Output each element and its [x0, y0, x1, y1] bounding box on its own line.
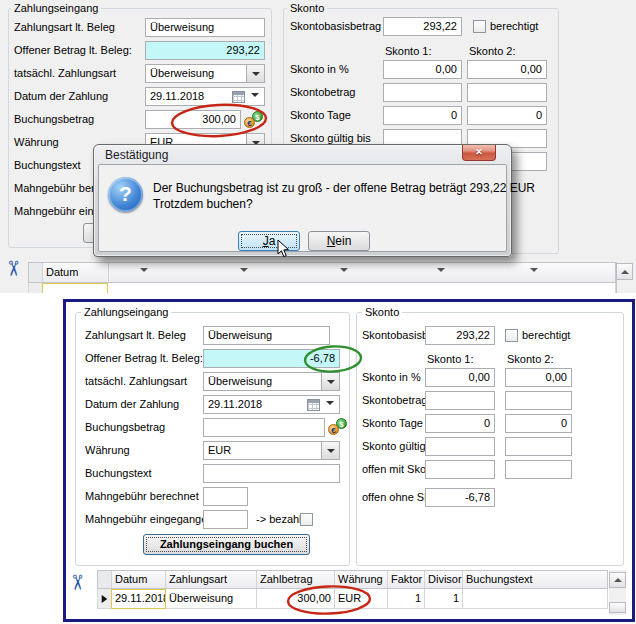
- offen-mit-skonto-1-field[interactable]: [425, 460, 495, 479]
- column-header-faktor[interactable]: Faktor: [388, 571, 425, 588]
- waehrung-combobox[interactable]: EUR: [203, 441, 340, 460]
- book-payment-button[interactable]: Zahlungseingang buchen: [143, 534, 310, 555]
- skonto-tage-2-field[interactable]: 0: [467, 106, 547, 125]
- skonto-tage-1-field[interactable]: 0: [383, 106, 462, 125]
- mahngebuehr-eingegangen-field[interactable]: [203, 510, 248, 529]
- skontobasisbetrag-field[interactable]: 293,22: [425, 326, 495, 345]
- column-header-zahlungsart[interactable]: Zahlungsart: [166, 571, 257, 588]
- no-button[interactable]: Nein: [308, 231, 370, 251]
- lower-panel: Zahlungseingang Zahlungsart lt. Beleg Üb…: [63, 299, 635, 622]
- tatsaechliche-zahlungsart-combobox[interactable]: Überweisung: [145, 64, 265, 83]
- tatsaechliche-zahlungsart-combobox[interactable]: Überweisung: [203, 372, 340, 391]
- lower-grid-header: Datum Zahlungsart Zahlbetrag Währung Fak…: [97, 570, 608, 589]
- upper-grid-row[interactable]: [28, 283, 616, 293]
- column-header-buchungstext[interactable]: Buchungstext: [463, 571, 602, 588]
- buchungstext-field[interactable]: [203, 464, 340, 483]
- dialog-title: Bestätigung: [105, 148, 168, 162]
- chevron-down-icon[interactable]: [246, 65, 264, 82]
- focus-rectangle: [241, 234, 297, 248]
- skonto2-header: Skonto 2:: [469, 42, 515, 61]
- skonto-tage-1-field[interactable]: 0: [425, 414, 495, 433]
- datum-label: Datum der Zahlung: [85, 395, 179, 414]
- skontobetrag-2-field[interactable]: [467, 83, 547, 102]
- offener-betrag-field[interactable]: -6,78: [203, 349, 340, 368]
- offen-mit-skonto-2-field[interactable]: [505, 460, 572, 479]
- tatsaechliche-zahlungsart-label: tatsächl. Zahlungsart: [14, 64, 116, 83]
- berechtigt-checkbox[interactable]: [473, 20, 486, 33]
- column-header-waehrung[interactable]: Währung: [335, 571, 388, 588]
- waehrung-label: Währung: [85, 441, 130, 460]
- skonto-tage-2-field[interactable]: 0: [505, 414, 572, 433]
- chevron-down-icon[interactable]: [326, 403, 334, 414]
- row-marker-cell: [29, 283, 43, 293]
- skontobetrag-label: Skontobetrag: [362, 391, 427, 410]
- berechtigt-label: berechtigt: [490, 17, 538, 36]
- skonto-prozent-2-field[interactable]: 0,00: [467, 60, 547, 79]
- combobox-value: Überweisung: [208, 375, 272, 387]
- cell-buchungstext[interactable]: [463, 589, 602, 608]
- skonto-prozent-1-field[interactable]: 0,00: [383, 60, 462, 79]
- skonto1-header: Skonto 1:: [385, 42, 431, 61]
- buchungsbetrag-label: Buchungsbetrag: [85, 418, 165, 437]
- skonto-prozent-1-field[interactable]: 0,00: [425, 368, 495, 387]
- offener-betrag-label: Offener Betrag lt. Beleg:: [85, 349, 203, 368]
- skontobetrag-1-field[interactable]: [425, 391, 495, 410]
- close-icon[interactable]: ✕: [462, 145, 496, 161]
- money-coins-icon[interactable]: $ €: [244, 111, 263, 128]
- date-value: 29.11.2018: [208, 398, 262, 410]
- scissors-icon[interactable]: ✂: [3, 260, 24, 278]
- cell-divisor[interactable]: 1: [425, 589, 463, 608]
- question-icon: ?: [108, 177, 143, 212]
- skonto-gueltig-2-field[interactable]: [505, 437, 572, 456]
- cell-waehrung[interactable]: EUR: [335, 589, 388, 608]
- skonto-prozent-2-field[interactable]: 0,00: [505, 368, 572, 387]
- offener-betrag-field[interactable]: 293,22: [145, 41, 265, 60]
- dialog-body: ? Der Buchungsbetrag ist zu groß - der o…: [98, 164, 507, 252]
- dialog-message-line1: Der Buchungsbetrag ist zu groß - der off…: [153, 181, 535, 195]
- skontobetrag-label: Skontobetrag: [290, 83, 355, 102]
- datum-field[interactable]: 29.11.2018: [145, 87, 265, 106]
- berechtigt-checkbox[interactable]: [505, 329, 518, 342]
- zahlungsart-field[interactable]: Überweisung: [203, 326, 330, 345]
- skonto-gueltig-1-field[interactable]: [425, 437, 495, 456]
- scrollbar-thumb[interactable]: [609, 602, 626, 613]
- scroll-up-button[interactable]: [609, 572, 626, 588]
- offen-ohne-skonto-field[interactable]: -6,78: [425, 488, 495, 507]
- yes-button[interactable]: Ja: [238, 231, 300, 251]
- euro-coin-icon: €: [328, 424, 339, 435]
- cell-zahlungsart[interactable]: Überweisung: [166, 589, 257, 608]
- chevron-down-icon[interactable]: [251, 95, 259, 106]
- money-coins-icon[interactable]: $ €: [328, 418, 347, 435]
- column-header-divisor[interactable]: Divisor: [425, 571, 463, 588]
- skonto1-header: Skonto 1:: [427, 350, 473, 369]
- skontobasisbetrag-field[interactable]: 293,22: [383, 17, 462, 36]
- combobox-value: EUR: [208, 444, 231, 456]
- skontobetrag-2-field[interactable]: [505, 391, 572, 410]
- cell-zahlbetrag[interactable]: 300,00: [257, 589, 335, 608]
- euro-coin-icon: €: [244, 117, 255, 128]
- column-header-datum[interactable]: Datum: [112, 571, 166, 588]
- buchungsbetrag-field[interactable]: [203, 418, 325, 437]
- no-button-label: Nein: [309, 232, 369, 250]
- bezahlt-checkbox[interactable]: [300, 513, 313, 526]
- column-header-zahlbetrag[interactable]: Zahlbetrag: [257, 571, 335, 588]
- zahlungsart-field[interactable]: Überweisung: [145, 18, 265, 37]
- scroll-up-button[interactable]: [616, 263, 633, 280]
- cell-faktor[interactable]: 1: [388, 589, 425, 608]
- zahlungsart-label: Zahlungsart lt. Beleg: [85, 326, 186, 345]
- mahngebuehr-berechnet-field[interactable]: [203, 487, 248, 506]
- buchungsbetrag-field[interactable]: 300,00: [145, 110, 241, 129]
- skontobasisbetrag-label: Skontobasisbetrag: [290, 17, 381, 36]
- mahngebuehr-eingegangen-label: Mahngebühr eingegangen: [85, 510, 213, 529]
- skontobetrag-1-field[interactable]: [383, 83, 462, 102]
- column-header-datum[interactable]: Datum: [43, 263, 109, 282]
- chevron-down-icon[interactable]: [321, 373, 339, 390]
- waehrung-label: Währung: [14, 133, 59, 152]
- scissors-icon[interactable]: ✂: [67, 574, 88, 592]
- calendar-icon[interactable]: [232, 91, 245, 103]
- chevron-down-icon[interactable]: [321, 442, 339, 459]
- calendar-icon[interactable]: [307, 399, 320, 411]
- grid-data-row[interactable]: 29.11.2018 Überweisung 300,00 EUR 1 1: [97, 589, 608, 609]
- datum-field[interactable]: 29.11.2018: [203, 395, 340, 414]
- skonto2-header: Skonto 2:: [507, 350, 553, 369]
